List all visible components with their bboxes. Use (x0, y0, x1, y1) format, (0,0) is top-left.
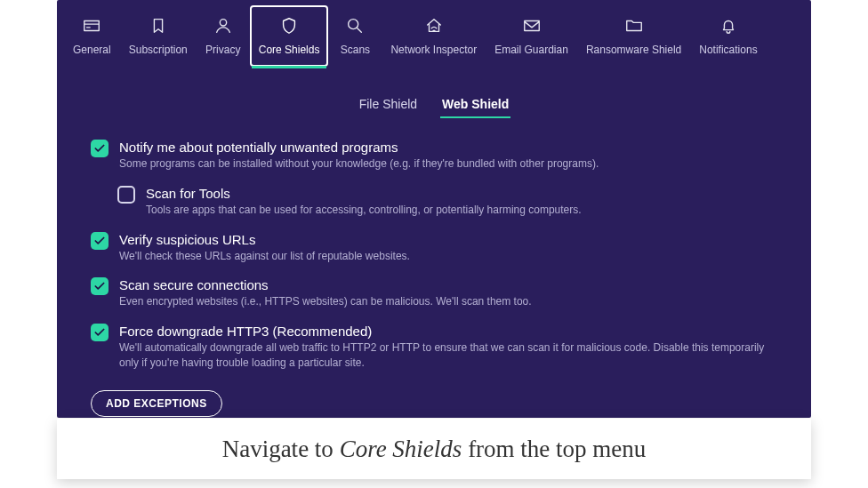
caption-suffix: from the top menu (462, 436, 646, 462)
setting-description: Even encrypted websites (i.e., HTTPS web… (119, 294, 532, 309)
setting-title: Force downgrade HTTP3 (Recommended) (119, 324, 777, 339)
checkbox-scan-secure[interactable] (91, 277, 108, 295)
home-wifi-icon (424, 16, 444, 38)
nav-label: Subscription (129, 44, 188, 56)
setting-scan-secure: Scan secure connectionsEven encrypted we… (91, 277, 777, 309)
setting-scan-tools: Scan for ToolsTools are apps that can be… (117, 186, 777, 218)
nav-item-core-shields[interactable]: Core Shields (250, 5, 329, 67)
setting-notify-pup: Notify me about potentially unwanted pro… (91, 140, 777, 172)
setting-title: Verify suspicious URLs (119, 232, 410, 247)
nav-item-subscription[interactable]: Subscription (120, 5, 197, 67)
folder-icon (624, 16, 644, 38)
nav-item-ransomware[interactable]: Ransomware Shield (577, 5, 690, 67)
nav-item-network[interactable]: Network Inspector (382, 5, 486, 67)
envelope-icon (522, 16, 542, 38)
nav-label: Network Inspector (390, 44, 477, 56)
nav-label: Email Guardian (494, 44, 568, 56)
checkbox-notify-pup[interactable] (91, 140, 108, 157)
caption-prefix: Navigate to (222, 436, 340, 462)
nav-label: Privacy (205, 44, 240, 56)
setting-description: We'll automatically downgrade all web tr… (119, 340, 777, 371)
setting-verify-urls: Verify suspicious URLsWe'll check these … (91, 232, 777, 264)
setting-description: Tools are apps that can be used for acce… (146, 203, 582, 218)
checkbox-scan-tools[interactable] (117, 186, 135, 204)
subtabs: File ShieldWeb Shield (91, 97, 777, 118)
nav-item-privacy[interactable]: Privacy (197, 5, 250, 67)
setting-text: Scan secure connectionsEven encrypted we… (119, 277, 532, 309)
nav-label: General (73, 44, 111, 56)
checkbox-force-downgrade[interactable] (91, 324, 108, 341)
nav-item-notifications[interactable]: Notifications (690, 5, 766, 67)
setting-title: Scan for Tools (146, 186, 582, 201)
nav-label: Ransomware Shield (586, 44, 681, 56)
nav-label: Scans (341, 44, 370, 56)
shield-icon (279, 16, 299, 38)
setting-title: Notify me about potentially unwanted pro… (119, 140, 599, 155)
setting-text: Scan for ToolsTools are apps that can be… (146, 186, 582, 218)
setting-description: We'll check these URLs against our list … (119, 249, 410, 264)
nav-label: Notifications (699, 44, 757, 56)
bookmark-icon (149, 16, 168, 38)
checkbox-verify-urls[interactable] (91, 232, 108, 250)
setting-title: Scan secure connections (119, 277, 532, 292)
bell-icon (719, 16, 738, 38)
caption-emphasis: Core Shields (340, 436, 462, 462)
add-exceptions-button[interactable]: ADD EXCEPTIONS (91, 390, 222, 417)
card-icon (82, 16, 101, 38)
user-icon (213, 16, 233, 38)
subtab-web-shield[interactable]: Web Shield (442, 97, 509, 118)
setting-text: Force downgrade HTTP3 (Recommended)We'll… (119, 324, 777, 371)
nav-label: Core Shields (259, 44, 320, 56)
instruction-caption: Navigate to Core Shields from the top me… (57, 419, 811, 479)
setting-force-downgrade: Force downgrade HTTP3 (Recommended)We'll… (91, 324, 777, 371)
app-window: GeneralSubscriptionPrivacyCore ShieldsSc… (57, 0, 811, 418)
magnify-icon (345, 16, 365, 38)
setting-text: Notify me about potentially unwanted pro… (119, 140, 599, 172)
main-panel: File ShieldWeb Shield Notify me about po… (57, 67, 811, 417)
top-nav: GeneralSubscriptionPrivacyCore ShieldsSc… (57, 0, 811, 67)
subtab-file-shield[interactable]: File Shield (359, 97, 417, 118)
nav-item-scans[interactable]: Scans (328, 5, 382, 67)
nav-item-general[interactable]: General (64, 5, 120, 67)
nav-item-email[interactable]: Email Guardian (486, 5, 577, 67)
setting-text: Verify suspicious URLsWe'll check these … (119, 232, 410, 264)
settings-list: Notify me about potentially unwanted pro… (91, 140, 777, 371)
setting-description: Some programs can be installed without y… (119, 156, 599, 172)
